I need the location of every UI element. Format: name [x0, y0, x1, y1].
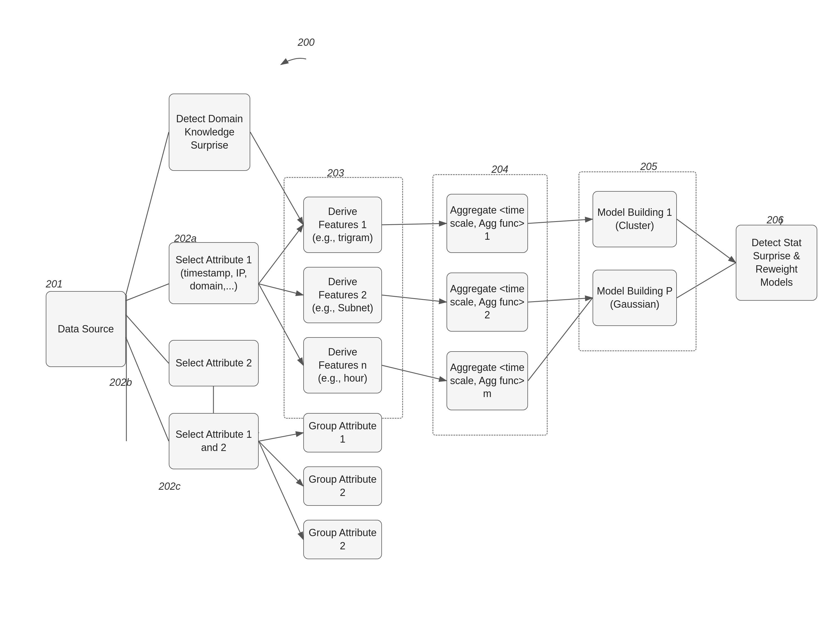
node-group-attr1: Group Attribute 1 — [303, 413, 382, 452]
ref-202a: 202a — [174, 233, 196, 244]
svg-line-1 — [126, 284, 169, 301]
diagram: 200 Data Source 201 Detect Domain Knowle… — [0, 0, 840, 621]
node-select-attr12: Select Attribute 1 and 2 — [169, 413, 259, 469]
node-detect-domain: Detect Domain Knowledge Surprise — [169, 94, 250, 171]
node-agg1: Aggregate <time scale, Agg func> 1 — [447, 194, 528, 253]
node-derive-featuresn: Derive Features n (e.g., hour) — [303, 337, 382, 394]
node-data-source: Data Source — [46, 291, 126, 367]
node-derive-features2: Derive Features 2 (e.g., Subnet) — [303, 267, 382, 323]
svg-line-0 — [126, 132, 169, 295]
ref-202c: 202c — [159, 480, 181, 492]
node-model1: Model Building 1 (Cluster) — [592, 191, 677, 247]
ref-203: 203 — [327, 167, 344, 179]
node-modelp: Model Building P (Gaussian) — [592, 270, 677, 326]
node-aggm: Aggregate <time scale, Agg func> m — [447, 351, 528, 410]
arrows-svg — [0, 0, 840, 621]
ref-201: 201 — [46, 278, 63, 290]
node-group-attr2: Group Attribute 2 — [303, 467, 382, 506]
node-select-attr1: Select Attribute 1 (timestamp, IP, domai… — [169, 242, 259, 304]
svg-line-2 — [126, 315, 169, 364]
node-group-attr2b: Group Attribute 2 — [303, 520, 382, 559]
node-detect-stat: Detect Stat Surprise & Reweight Models — [736, 225, 817, 301]
node-select-attr2: Select Attribute 2 — [169, 340, 259, 386]
node-derive-features1: Derive Features 1 (e.g., trigram) — [303, 197, 382, 253]
svg-line-20 — [259, 441, 303, 486]
ref-206: 206 — [767, 214, 784, 226]
ref-204: 204 — [491, 164, 508, 175]
ref-200: 200 — [298, 36, 314, 48]
ref-202b: 202b — [110, 377, 132, 388]
ref-205: 205 — [640, 161, 657, 173]
svg-line-21 — [259, 441, 303, 539]
node-agg2: Aggregate <time scale, Agg func> 2 — [447, 273, 528, 332]
svg-line-19 — [259, 433, 303, 441]
svg-line-3 — [126, 337, 169, 441]
